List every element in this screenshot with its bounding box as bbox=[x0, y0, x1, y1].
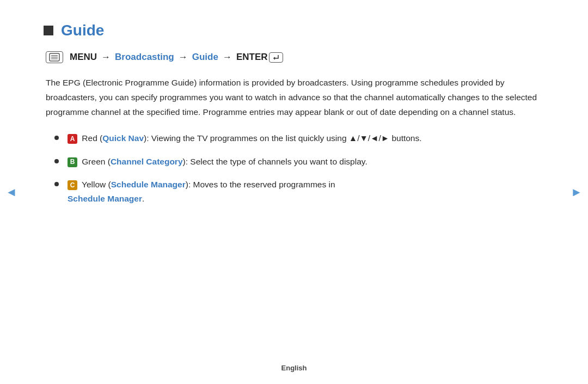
nav-arrow-left[interactable]: ◄ bbox=[5, 181, 17, 203]
bullet-dot bbox=[54, 182, 59, 186]
channel-category-link[interactable]: Channel Category bbox=[111, 157, 183, 166]
bullet-content-2: B Green (Channel Category): Select the t… bbox=[68, 155, 544, 169]
footer-lang: English bbox=[281, 364, 307, 372]
quick-nav-link[interactable]: Quick Nav bbox=[102, 133, 144, 143]
page-title: Guide bbox=[61, 22, 104, 39]
list-item: C Yellow (Schedule Manager): Moves to th… bbox=[54, 178, 544, 206]
bullet-dot bbox=[54, 159, 59, 163]
bullet-desc-3: : Moves to the reserved programmes in bbox=[188, 180, 335, 189]
bullet-dot bbox=[54, 136, 59, 140]
description-text: The EPG (Electronic Programme Guide) inf… bbox=[44, 75, 544, 119]
page-container: ◄ ► Guide MENU → Broadcasting → Guide → … bbox=[0, 0, 588, 384]
badge-red: A bbox=[68, 134, 77, 144]
title-row: Guide bbox=[44, 22, 544, 39]
color-name-yellow: Yellow bbox=[82, 180, 106, 189]
bullet-content-1: A Red (Quick Nav): Viewing the TV progra… bbox=[68, 131, 544, 145]
footer: English bbox=[0, 364, 588, 372]
left-arrow-icon: ◄ bbox=[5, 185, 17, 199]
arrow-sep-1: → bbox=[101, 52, 111, 63]
color-name-red: Red bbox=[82, 133, 97, 143]
bullet-content-3: C Yellow (Schedule Manager): Moves to th… bbox=[68, 178, 544, 206]
schedule-manager-link[interactable]: Schedule Manager bbox=[111, 180, 186, 189]
extra-suffix: . bbox=[142, 194, 144, 203]
broadcasting-link[interactable]: Broadcasting bbox=[115, 52, 174, 63]
list-item: B Green (Channel Category): Select the t… bbox=[54, 155, 544, 169]
title-square-icon bbox=[44, 26, 53, 35]
color-name-green: Green bbox=[82, 157, 105, 166]
list-item: A Red (Quick Nav): Viewing the TV progra… bbox=[54, 131, 544, 145]
bullet-list: A Red (Quick Nav): Viewing the TV progra… bbox=[44, 131, 544, 206]
arrow-sep-3: → bbox=[223, 52, 232, 63]
badge-green: B bbox=[68, 157, 77, 167]
right-arrow-icon: ► bbox=[571, 185, 583, 199]
nav-arrow-right[interactable]: ► bbox=[571, 181, 583, 203]
menu-label: MENU bbox=[70, 52, 97, 63]
bullet-desc-1: : Viewing the TV programmes on the list … bbox=[146, 133, 421, 143]
bullet-desc-2: : Select the type of channels you want t… bbox=[186, 157, 367, 166]
enter-label: ENTER bbox=[236, 52, 283, 63]
enter-icon bbox=[269, 52, 283, 63]
menu-icon bbox=[46, 51, 63, 63]
schedule-manager-link-2[interactable]: Schedule Manager bbox=[68, 194, 142, 203]
menu-path-row: MENU → Broadcasting → Guide → ENTER bbox=[44, 51, 544, 63]
guide-link[interactable]: Guide bbox=[192, 52, 218, 63]
badge-yellow: C bbox=[68, 180, 77, 190]
arrow-sep-2: → bbox=[179, 52, 188, 63]
